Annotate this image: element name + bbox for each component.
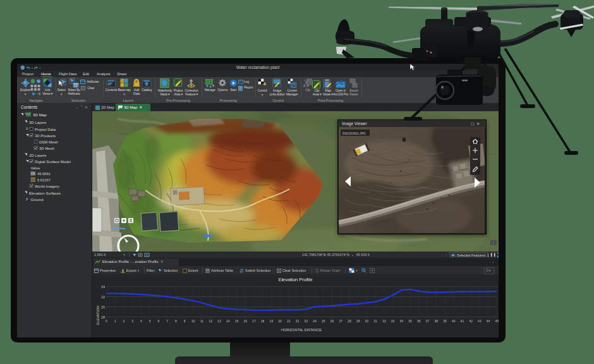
svg-text:44: 44	[487, 319, 490, 323]
svg-text:17: 17	[252, 319, 256, 323]
svg-text:28: 28	[348, 319, 351, 323]
svg-text:39: 39	[443, 319, 447, 323]
svg-text:42: 42	[469, 319, 473, 323]
svg-text:Elevation Surfaces: Elevation Surfaces	[29, 191, 61, 195]
svg-text:19: 19	[270, 319, 274, 323]
svg-text:41: 41	[461, 319, 464, 323]
svg-text:38: 38	[434, 319, 438, 323]
svg-text:24: 24	[101, 285, 105, 289]
svg-text:3D Mesh: 3D Mesh	[39, 147, 54, 150]
svg-text:45: 45	[495, 319, 499, 323]
svg-text:15: 15	[235, 319, 239, 323]
svg-text:40: 40	[452, 319, 456, 323]
svg-text:4: 4	[140, 319, 142, 323]
svg-text:3D Products: 3D Products	[35, 134, 56, 138]
svg-text:2D Layers: 2D Layers	[29, 154, 46, 157]
svg-text:11: 11	[200, 319, 203, 323]
svg-text:36: 36	[417, 319, 421, 323]
svg-text:16: 16	[243, 319, 247, 323]
svg-text:22: 22	[101, 295, 105, 299]
svg-text:12: 12	[209, 319, 213, 323]
svg-text:33: 33	[391, 319, 395, 323]
svg-text:26: 26	[330, 319, 334, 323]
svg-text:8: 8	[175, 319, 177, 323]
svg-text:32: 32	[382, 319, 386, 323]
svg-text:Project Data: Project Data	[35, 128, 56, 131]
svg-text:20: 20	[278, 319, 282, 323]
svg-text:34: 34	[400, 319, 404, 323]
svg-text:25: 25	[322, 319, 325, 323]
svg-text:24: 24	[313, 319, 317, 323]
svg-text:5.62157: 5.62157	[37, 178, 51, 182]
svg-text:0: 0	[106, 319, 107, 323]
svg-text:43: 43	[478, 319, 482, 323]
svg-text:18: 18	[101, 315, 105, 319]
svg-text:DSM Mesh: DSM Mesh	[39, 140, 58, 144]
svg-text:2: 2	[123, 319, 125, 323]
svg-text:9: 9	[184, 319, 186, 323]
svg-text:14: 14	[226, 319, 230, 323]
svg-text:3D Layers: 3D Layers	[29, 121, 46, 124]
svg-text:37: 37	[426, 319, 430, 323]
svg-text:5: 5	[149, 319, 151, 323]
svg-text:7: 7	[166, 319, 168, 323]
svg-text:13: 13	[217, 319, 221, 323]
svg-text:6: 6	[158, 319, 160, 323]
svg-text:20: 20	[101, 305, 105, 309]
svg-text:3D Map: 3D Map	[33, 112, 47, 117]
svg-text:35: 35	[408, 319, 412, 323]
svg-text:30: 30	[365, 319, 369, 323]
svg-text:29: 29	[356, 319, 360, 323]
svg-text:31: 31	[373, 319, 377, 323]
svg-text:1: 1	[114, 319, 116, 323]
svg-text:HORIZONTAL DISTANCE: HORIZONTAL DISTANCE	[281, 328, 322, 332]
svg-text:46.5691: 46.5691	[37, 172, 51, 176]
svg-text:27: 27	[339, 319, 342, 323]
svg-text:Digital Surface Model: Digital Surface Model	[35, 160, 71, 164]
svg-text:23: 23	[305, 319, 308, 323]
svg-text:22: 22	[296, 319, 300, 323]
svg-text:Value: Value	[31, 166, 41, 170]
svg-text:10: 10	[191, 319, 195, 323]
svg-text:18: 18	[261, 319, 265, 323]
svg-text:3: 3	[131, 319, 133, 323]
svg-text:Ground: Ground	[31, 198, 44, 202]
svg-text:World Imagery: World Imagery	[35, 185, 59, 188]
svg-text:21: 21	[287, 319, 291, 323]
